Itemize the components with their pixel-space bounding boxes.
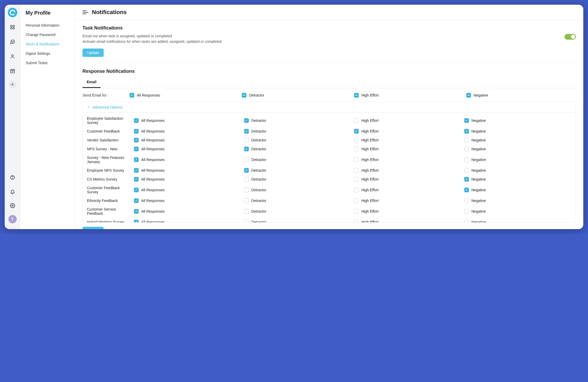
cell-high-effort-label: High Effort [361,138,379,142]
svg-point-5 [13,41,13,42]
user-icon[interactable] [8,52,17,61]
survey-high-effort-checkbox[interactable] [354,220,359,222]
survey-negative-checkbox[interactable] [464,168,469,173]
survey-detractor-checkbox[interactable] [244,168,249,173]
survey-all-checkbox[interactable] [134,220,139,222]
sidebar-item-0[interactable]: Personal Information [20,21,75,30]
survey-name: CX Metrics Survey [87,177,131,181]
survey-detractor-checkbox[interactable] [244,188,249,192]
survey-high-effort-checkbox[interactable] [354,138,359,142]
survey-all-checkbox[interactable] [134,168,139,173]
survey-name: Customer Feedback Survey [87,186,131,194]
survey-negative-checkbox[interactable] [464,220,469,222]
survey-detractor-checkbox[interactable] [244,198,249,203]
cell-high-effort-label: High Effort [361,177,379,181]
dashboard-icon[interactable] [8,22,17,32]
survey-all-checkbox[interactable] [134,198,139,203]
survey-row: Customer Feedback SurveyAll ResponsesDet… [83,184,576,196]
survey-detractor-checkbox[interactable] [244,138,249,142]
survey-high-effort-checkbox[interactable] [354,188,359,192]
survey-negative-checkbox[interactable] [464,198,469,203]
sidebar-item-4[interactable]: Submit Ticket [20,58,75,68]
advanced-options-toggle[interactable]: Advanced Options [83,102,576,113]
survey-detractor-checkbox[interactable] [244,177,249,182]
response-update-button[interactable]: Update [83,227,104,229]
survey-all-checkbox[interactable] [134,129,139,134]
master-all-checkbox[interactable] [130,93,134,98]
survey-negative-checkbox[interactable] [464,147,469,151]
survey-negative-checkbox[interactable] [464,118,469,123]
survey-detractor-checkbox[interactable] [244,147,249,151]
send-email-for-label: Send Email for : [83,93,127,97]
cell-high-effort-label: High Effort [361,199,379,203]
survey-detractor-checkbox[interactable] [244,157,249,162]
survey-negative-checkbox[interactable] [464,157,469,162]
cell-detractor-label: Detractor [251,118,267,123]
survey-negative-checkbox[interactable] [464,138,469,142]
cell-all-label: All Responses [141,188,165,192]
cell-all-label: All Responses [141,168,165,172]
feedback-icon[interactable] [8,37,17,46]
master-high-effort-checkbox[interactable] [354,93,359,98]
sidebar-item-3[interactable]: Digest Settings [20,49,75,58]
survey-high-effort-checkbox[interactable] [354,129,359,134]
survey-all-checkbox[interactable] [134,138,139,142]
survey-list[interactable]: Employee Satisfaction SurveyAll Response… [83,113,576,222]
survey-all-checkbox[interactable] [134,118,139,123]
survey-row: Survey - New Features JanuaryAll Respons… [83,153,576,166]
master-negative-checkbox[interactable] [466,93,471,98]
survey-negative-checkbox[interactable] [464,177,469,182]
svg-point-6 [11,55,13,56]
cell-high-effort-label: High Effort [361,220,379,222]
menu-toggle-icon[interactable] [83,10,88,14]
survey-row: Customer Service FeedbackAll ResponsesDe… [83,205,576,218]
survey-high-effort-checkbox[interactable] [354,118,359,123]
cell-negative-label: Negative [472,129,486,133]
survey-all-checkbox[interactable] [134,157,139,162]
survey-negative-checkbox[interactable] [464,188,469,192]
cell-high-effort-label: High Effort [361,129,379,133]
survey-detractor-checkbox[interactable] [244,118,249,123]
survey-high-effort-checkbox[interactable] [354,147,359,151]
cell-detractor-label: Detractor [251,177,267,181]
cell-detractor-label: Detractor [251,220,267,222]
survey-high-effort-checkbox[interactable] [354,157,359,162]
cell-detractor-label: Detractor [251,138,267,142]
bell-icon[interactable] [8,187,17,196]
survey-detractor-checkbox[interactable] [244,209,249,214]
survey-all-checkbox[interactable] [134,209,139,214]
cell-negative-label: Negative [472,220,486,222]
task-update-button[interactable]: Update [83,49,104,57]
sidebar-item-1[interactable]: Change Password [20,30,75,39]
survey-all-checkbox[interactable] [134,177,139,182]
tab-email[interactable]: Email [83,77,101,88]
sidebar: My Profile Personal InformationChange Pa… [20,5,75,229]
add-button[interactable]: + [9,81,16,88]
survey-detractor-checkbox[interactable] [244,129,249,134]
survey-negative-checkbox[interactable] [464,209,469,214]
main-header: Notifications [75,5,583,20]
page-title: Notifications [92,9,127,16]
cell-negative-label: Negative [472,147,486,151]
col-high-effort-label: High Effort [361,93,379,97]
sidebar-item-2[interactable]: Alerts & Notifications [20,39,75,49]
survey-high-effort-checkbox[interactable] [354,177,359,182]
survey-all-checkbox[interactable] [134,188,139,192]
survey-high-effort-checkbox[interactable] [354,198,359,203]
master-detractor-checkbox[interactable] [242,93,246,98]
survey-name: Customer Service Feedback [87,207,131,216]
survey-detractor-checkbox[interactable] [244,220,249,222]
svg-point-3 [13,28,14,29]
survey-negative-checkbox[interactable] [464,129,469,134]
cell-negative-label: Negative [472,188,486,192]
app-logo[interactable] [8,8,17,17]
survey-high-effort-checkbox[interactable] [354,209,359,214]
calendar-icon[interactable] [8,66,17,76]
help-icon[interactable] [8,173,17,182]
survey-all-checkbox[interactable] [134,147,139,151]
avatar[interactable]: T [8,215,17,223]
task-notifications-toggle[interactable] [565,34,576,40]
gear-icon[interactable] [8,201,17,210]
survey-high-effort-checkbox[interactable] [354,168,359,173]
cell-high-effort-label: High Effort [361,188,379,192]
